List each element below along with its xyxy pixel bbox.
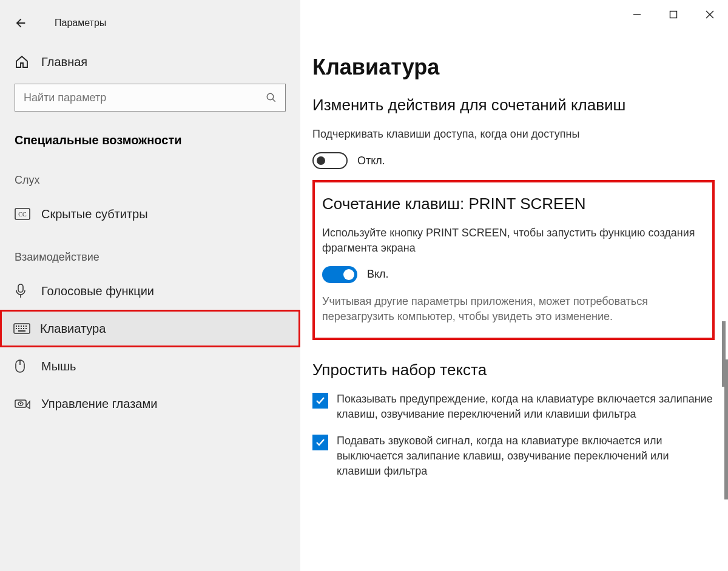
checkbox-play-sound[interactable] bbox=[312, 435, 328, 450]
underline-access-keys-desc: Подчеркивать клавиши доступа, когда они … bbox=[312, 127, 715, 141]
sidebar-item-mouse[interactable]: Мышь bbox=[0, 347, 300, 385]
back-button[interactable] bbox=[8, 11, 33, 35]
search-box[interactable] bbox=[15, 84, 286, 112]
svg-rect-24 bbox=[670, 12, 677, 18]
svg-rect-10 bbox=[23, 326, 24, 327]
closed-captions-icon: CC bbox=[15, 208, 33, 220]
sidebar-item-closed-captions[interactable]: CC Скрытые субтитры bbox=[0, 195, 300, 233]
check-icon bbox=[315, 437, 326, 448]
sidebar-item-home[interactable]: Главная bbox=[0, 47, 300, 76]
sidebar-item-label: Клавиатура bbox=[40, 322, 106, 336]
toggle-print-screen-row: Вкл. bbox=[322, 266, 703, 283]
sidebar-item-label: Мышь bbox=[41, 359, 76, 373]
check-icon bbox=[315, 395, 326, 406]
svg-rect-4 bbox=[18, 284, 23, 292]
svg-rect-11 bbox=[25, 326, 27, 327]
toggle-underline-access-keys-row: Откл. bbox=[312, 152, 715, 169]
svg-rect-16 bbox=[25, 328, 27, 329]
print-screen-desc: Используйте кнопку PRINT SCREEN, чтобы з… bbox=[322, 225, 703, 255]
close-button[interactable] bbox=[692, 2, 728, 27]
sidebar-item-label: Голосовые функции bbox=[41, 284, 154, 298]
sidebar-item-label: Управление глазами bbox=[41, 397, 157, 411]
checkbox-show-warning[interactable] bbox=[312, 393, 328, 409]
section-shortcut-actions-title: Изменить действия для сочетаний клавиш bbox=[312, 96, 715, 115]
sidebar-home-label: Главная bbox=[41, 55, 87, 69]
content-scrollbar[interactable] bbox=[722, 321, 726, 387]
print-screen-note: Учитывая другие параметры приложения, мо… bbox=[322, 294, 703, 324]
svg-rect-15 bbox=[23, 328, 24, 329]
sidebar-item-eye-control[interactable]: Управление глазами bbox=[0, 385, 300, 422]
checkbox-play-sound-label: Подавать звуковой сигнал, когда на клави… bbox=[337, 433, 713, 479]
page-title: Клавиатура bbox=[312, 55, 715, 80]
toggle-underline-access-keys[interactable] bbox=[312, 152, 348, 169]
section-print-screen-title: Сочетание клавиш: PRINT SCREEN bbox=[322, 195, 703, 213]
sidebar: Параметры Главная Специальные возможност… bbox=[0, 0, 300, 571]
search-icon bbox=[266, 92, 277, 103]
svg-rect-12 bbox=[16, 328, 17, 329]
toggle-underline-state: Откл. bbox=[357, 155, 385, 167]
svg-rect-7 bbox=[16, 326, 17, 327]
svg-line-1 bbox=[272, 99, 275, 102]
svg-text:CC: CC bbox=[18, 211, 27, 218]
checkbox-play-sound-row: Подавать звуковой сигнал, когда на клави… bbox=[312, 433, 715, 479]
svg-rect-8 bbox=[18, 326, 19, 327]
sidebar-item-keyboard[interactable]: Клавиатура bbox=[0, 310, 300, 347]
sidebar-group-hearing: Слух bbox=[0, 156, 300, 195]
section-simplify-typing-title: Упростить набор текста bbox=[312, 361, 715, 379]
svg-point-22 bbox=[20, 403, 21, 404]
svg-rect-17 bbox=[18, 330, 25, 332]
minimize-button[interactable] bbox=[619, 2, 655, 27]
toggle-print-screen[interactable] bbox=[322, 266, 357, 283]
maximize-button[interactable] bbox=[655, 2, 692, 27]
maximize-icon bbox=[669, 10, 678, 19]
eye-control-icon bbox=[15, 398, 33, 410]
home-icon bbox=[15, 55, 33, 69]
arrow-left-icon bbox=[14, 16, 27, 30]
keyboard-icon bbox=[13, 323, 32, 334]
sidebar-item-speech[interactable]: Голосовые функции bbox=[0, 272, 300, 310]
print-screen-highlight-box: Сочетание клавиш: PRINT SCREEN Используй… bbox=[312, 180, 715, 340]
svg-point-0 bbox=[267, 93, 274, 100]
sidebar-section-heading: Специальные возможности bbox=[0, 125, 300, 156]
minimize-icon bbox=[633, 10, 641, 19]
content-area: Клавиатура Изменить действия для сочетан… bbox=[300, 0, 728, 571]
checkbox-show-warning-row: Показывать предупреждение, когда на клав… bbox=[312, 392, 715, 422]
window-controls bbox=[619, 2, 728, 27]
close-icon bbox=[706, 10, 714, 19]
svg-rect-9 bbox=[21, 326, 22, 327]
sidebar-group-interaction: Взаимодействие bbox=[0, 233, 300, 272]
mouse-icon bbox=[15, 359, 33, 373]
window-title: Параметры bbox=[55, 18, 106, 28]
titlebar: Параметры bbox=[0, 6, 300, 47]
search-input[interactable] bbox=[24, 92, 266, 104]
checkbox-show-warning-label: Показывать предупреждение, когда на клав… bbox=[337, 392, 713, 422]
svg-rect-13 bbox=[18, 328, 19, 329]
svg-rect-14 bbox=[21, 328, 22, 329]
toggle-print-screen-state: Вкл. bbox=[367, 268, 389, 281]
sidebar-item-label: Скрытые субтитры bbox=[41, 207, 148, 221]
microphone-icon bbox=[15, 284, 33, 298]
